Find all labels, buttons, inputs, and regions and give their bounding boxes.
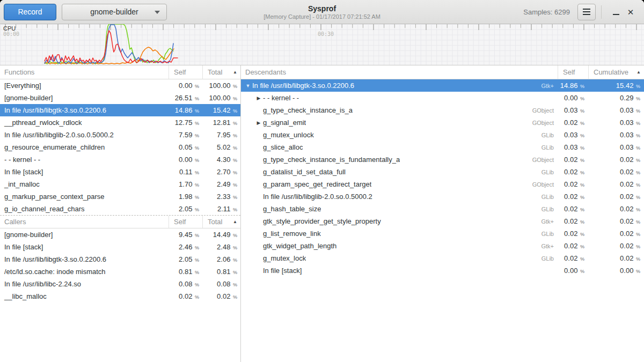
self-percent: 2.05 % [169, 255, 203, 263]
percent-sign: % [580, 269, 584, 274]
function-name: g_hash_table_size [263, 205, 321, 213]
percent-sign: % [580, 207, 584, 212]
percent-sign: % [233, 170, 237, 175]
callers-column-header[interactable]: Callers [0, 216, 169, 228]
descendants-row[interactable]: g_slice_allocGLib0.03 %0.03 % [241, 141, 644, 153]
function-name: [gnome-builder] [0, 94, 169, 102]
functions-row[interactable]: [gnome-builder]26.51 %100.00 % [0, 92, 240, 104]
menu-button[interactable] [577, 4, 596, 20]
functions-row[interactable]: In file /usr/lib/libgtk-3.so.0.2200.614.… [0, 104, 240, 116]
descendants-row[interactable]: g_hash_table_sizeGLib0.02 %0.02 % [241, 203, 644, 215]
functions-table-header: Functions Self Total ▲ [0, 65, 240, 79]
descendants-row[interactable]: ▶g_signal_emitGObject0.02 %0.03 % [241, 116, 644, 129]
functions-total-column-header[interactable]: Total ▲ [203, 65, 240, 79]
cumulative-percent: 0.02 % [589, 193, 644, 201]
function-name: g_type_check_instance_is_a [263, 106, 353, 114]
self-percent: 0.08 % [169, 280, 203, 288]
expander-closed-icon[interactable]: ▶ [254, 95, 263, 101]
descendants-row[interactable]: g_list_remove_linkGLib0.02 %0.02 % [241, 227, 644, 240]
percent-sign: % [233, 108, 237, 114]
self-percent: 0.00 % [169, 156, 203, 164]
target-dropdown[interactable]: gnome-builder [62, 4, 167, 20]
percent-sign: % [580, 182, 584, 188]
self-percent: 0.02 % [558, 217, 589, 225]
self-percent: 26.51 % [169, 94, 203, 102]
self-percent: 2.46 % [169, 243, 203, 251]
cumulative-percent: 0.03 % [589, 106, 644, 114]
descendants-cumulative-column-header[interactable]: Cumulative ▲ [589, 65, 644, 79]
percent-sign: % [580, 133, 584, 138]
percent-sign: % [233, 195, 237, 200]
self-percent: 0.02 % [558, 119, 589, 127]
minimize-button[interactable] [608, 4, 624, 20]
descendants-column-header[interactable]: Descendants [241, 65, 558, 79]
percent-sign: % [580, 121, 584, 126]
descendants-row[interactable]: g_datalist_id_set_data_fullGLib0.02 %0.0… [241, 166, 644, 178]
cpu-timeline-graph[interactable]: CPU 00:0000:30 [0, 24, 644, 65]
sysprof-window: Record gnome-builder Sysprof [Memory Cap… [0, 0, 644, 362]
functions-row[interactable]: In file /usr/lib/libglib-2.0.so.0.5000.2… [0, 129, 240, 141]
functions-row[interactable]: [Everything]0.00 %100.00 % [0, 79, 240, 92]
library-category-label: Gtk+ [541, 243, 558, 249]
callers-row[interactable]: In file /usr/lib/libc-2.24.so0.08 %0.08 … [0, 278, 240, 290]
functions-column-header[interactable]: Functions [0, 65, 169, 79]
self-percent: 0.00 % [558, 267, 589, 275]
descendants-row[interactable]: gtk_style_provider_get_style_propertyGtk… [241, 215, 644, 227]
functions-row[interactable]: g_resource_enumerate_children0.05 %5.02 … [0, 141, 240, 153]
functions-row[interactable]: _int_malloc1.70 %2.49 % [0, 178, 240, 190]
percent-sign: % [636, 96, 640, 101]
callers-row[interactable]: [gnome-builder]9.45 %14.49 % [0, 228, 240, 241]
descendants-row[interactable]: g_mutex_lockGLib0.02 %0.02 % [241, 252, 644, 264]
descendants-tree: ▼In file /usr/lib/libgtk-3.so.0.2200.6Gt… [241, 79, 644, 277]
descendants-row[interactable]: g_mutex_unlockGLib0.03 %0.03 % [241, 129, 644, 141]
percent-sign: % [233, 84, 237, 89]
target-dropdown-label: gnome-builder [90, 8, 138, 16]
library-category-label: GObject [532, 157, 558, 163]
descendants-self-column-header[interactable]: Self [558, 65, 589, 79]
expander-closed-icon[interactable]: ▶ [254, 120, 263, 125]
percent-sign: % [636, 244, 640, 249]
expander-open-icon[interactable]: ▼ [244, 83, 252, 88]
callers-row[interactable]: /etc/ld.so.cache: inode mismatch0.81 %0.… [0, 265, 240, 278]
function-name: gtk_style_provider_get_style_property [263, 217, 381, 225]
callers-row[interactable]: In file [stack]2.46 %2.48 % [0, 241, 240, 253]
self-percent: 0.02 % [558, 254, 589, 262]
callers-total-column-header[interactable]: Total ▲ [203, 216, 240, 228]
descendants-row[interactable]: ▼In file /usr/lib/libgtk-3.so.0.2200.6Gt… [241, 79, 644, 92]
percent-sign: % [580, 256, 584, 262]
callers-self-column-header[interactable]: Self [169, 216, 203, 228]
function-name: g_signal_emit [263, 119, 306, 127]
percent-sign: % [636, 133, 640, 138]
descendants-row[interactable]: In file /usr/lib/libglib-2.0.so.0.5000.2… [241, 190, 644, 203]
descendants-row[interactable]: In file [stack]0.00 %0.00 % [241, 264, 644, 277]
functions-row[interactable]: - - kernel - -0.00 %4.30 % [0, 153, 240, 166]
descendants-row[interactable]: gtk_widget_path_lengthGtk+0.02 %0.02 % [241, 240, 644, 252]
total-percent: 2.48 % [203, 243, 240, 251]
descendants-row[interactable]: g_type_check_instance_is_aGObject0.03 %0… [241, 104, 644, 116]
function-name: g_io_channel_read_chars [0, 205, 169, 213]
percent-sign: % [636, 207, 640, 212]
close-icon: ✕ [627, 8, 634, 16]
functions-row[interactable]: In file [stack]0.11 %2.70 % [0, 166, 240, 178]
percent-sign: % [195, 170, 199, 175]
minimize-icon [613, 14, 619, 15]
descendants-row[interactable]: g_param_spec_get_redirect_targetGObject0… [241, 178, 644, 190]
total-percent: 12.81 % [203, 119, 240, 127]
cumulative-percent: 0.03 % [589, 119, 644, 127]
record-button[interactable]: Record [4, 4, 56, 20]
close-button[interactable]: ✕ [624, 4, 640, 20]
functions-row[interactable]: g_io_channel_read_chars2.05 %2.11 % [0, 203, 240, 215]
percent-sign: % [580, 244, 584, 249]
functions-row[interactable]: __pthread_rwlock_rdlock12.75 %12.81 % [0, 116, 240, 129]
cumulative-percent: 0.02 % [589, 156, 644, 164]
function-name: g_mutex_unlock [263, 131, 314, 139]
functions-row[interactable]: g_markup_parse_context_parse1.98 %2.33 % [0, 190, 240, 203]
percent-sign: % [636, 145, 640, 151]
descendants-row[interactable]: g_type_check_instance_is_fundamentally_a… [241, 153, 644, 166]
total-percent: 100.00 % [203, 94, 240, 102]
callers-row[interactable]: In file /usr/lib/libgtk-3.so.0.2200.62.0… [0, 253, 240, 265]
functions-self-column-header[interactable]: Self [169, 65, 203, 79]
callers-row[interactable]: __libc_malloc0.02 %0.02 % [0, 290, 240, 302]
percent-sign: % [233, 294, 237, 300]
descendants-row[interactable]: ▶- - kernel - -0.00 %0.29 % [241, 92, 644, 104]
